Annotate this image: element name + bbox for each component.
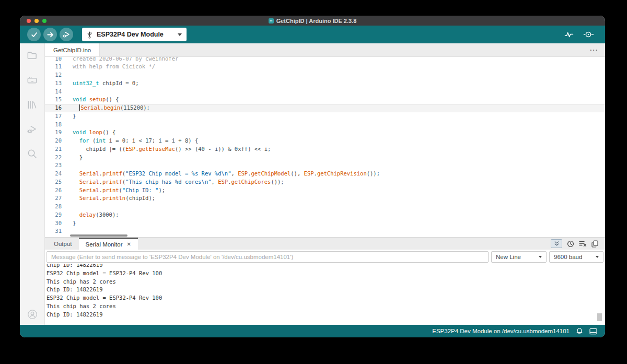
- code-line[interactable]: 28: [45, 203, 605, 211]
- baud-rate-value: 9600 baud: [554, 254, 582, 260]
- board-icon: [26, 74, 38, 86]
- debug-bug-icon: [26, 123, 38, 135]
- verify-button[interactable]: [27, 28, 41, 41]
- bell-icon: [576, 327, 583, 335]
- debug-button[interactable]: [60, 28, 73, 41]
- code-line[interactable]: 20 for (int i = 0; i < 17; i = i + 8) {: [45, 137, 605, 145]
- board-selector[interactable]: ESP32P4 Dev Module: [82, 28, 187, 41]
- zoom-window-button[interactable]: [42, 19, 47, 23]
- serial-output-area[interactable]: Chip ID: 14822619ESP32 Chip model = ESP3…: [45, 264, 605, 325]
- chevron-down-icon: [539, 256, 542, 258]
- message-input[interactable]: [47, 251, 489, 263]
- code-line[interactable]: 24 Serial.printf("ESP32 Chip model = %s …: [45, 170, 605, 178]
- serial-output-line: Chip ID: 14822619: [47, 311, 605, 319]
- code-line[interactable]: 17}: [45, 112, 605, 121]
- code-line[interactable]: 12: [45, 71, 605, 79]
- line-ending-value: New Line: [496, 254, 521, 260]
- code-line[interactable]: 30}: [45, 219, 605, 228]
- code-text: Serial.begin(115200);: [62, 104, 150, 112]
- editor-horizontal-scrollbar[interactable]: [70, 234, 127, 237]
- code-line[interactable]: 25 Serial.printf("This chip has %d cores…: [45, 178, 605, 186]
- code-line[interactable]: 27 Serial.println(chipId);: [45, 194, 605, 203]
- line-number: 29: [45, 211, 62, 219]
- toggle-autoscroll-button[interactable]: [551, 239, 562, 248]
- arduino-ide-window: ∞ GetChipID | Arduino IDE 2.3.8 E: [20, 16, 605, 337]
- sidebar-item-boards-manager[interactable]: [26, 74, 39, 86]
- baud-rate-select[interactable]: 9600 baud: [549, 251, 603, 263]
- line-number: 10: [45, 57, 62, 63]
- usb-icon: [87, 31, 92, 39]
- sidebar-item-sketchbook[interactable]: [26, 49, 39, 62]
- sidebar-item-search[interactable]: [26, 147, 39, 160]
- check-icon: [30, 31, 38, 39]
- serial-output: Chip ID: 14822619ESP32 Chip model = ESP3…: [47, 264, 605, 319]
- activity-sidebar: [20, 43, 45, 325]
- serial-monitor-toolbar: [551, 238, 605, 250]
- serial-monitor-button[interactable]: [583, 30, 594, 39]
- titlebar[interactable]: ∞ GetChipID | Arduino IDE 2.3.8: [20, 16, 605, 26]
- line-ending-select[interactable]: New Line: [491, 251, 547, 263]
- chevron-down-icon: [178, 33, 182, 36]
- code-text: for (int i = 0; i < 17; i = i + 8) {: [62, 137, 198, 145]
- serial-input-row: New Line 9600 baud: [45, 250, 605, 264]
- books-icon: [26, 99, 38, 111]
- line-number: 18: [45, 121, 62, 129]
- code-line[interactable]: 10created 2020-06-07 by cweinhofer: [45, 57, 605, 63]
- tab-getchipid-ino[interactable]: GetChipID.ino: [45, 43, 100, 56]
- code-text: Serial.printf("This chip has %d cores\n"…: [62, 178, 284, 186]
- code-text: [62, 161, 73, 170]
- code-line[interactable]: 22 }: [45, 154, 605, 162]
- sidebar-item-profile[interactable]: [26, 308, 39, 321]
- content: GetChipID.ino ··· 10created 2020-06-07 b…: [20, 43, 605, 325]
- code-line[interactable]: 15void setup() {: [45, 96, 605, 104]
- code-line[interactable]: 16 Serial.begin(115200);: [45, 104, 605, 112]
- close-icon[interactable]: ✕: [126, 241, 131, 247]
- copy-icon: [591, 240, 598, 248]
- close-window-button[interactable]: [27, 19, 31, 23]
- tab-output[interactable]: Output: [47, 238, 79, 250]
- toolbar-right: [564, 30, 598, 39]
- code-line[interactable]: 31: [45, 227, 605, 236]
- minimize-window-button[interactable]: [34, 19, 39, 23]
- code-lines: 10created 2020-06-07 by cweinhofer11with…: [45, 57, 605, 236]
- board-selector-label: ESP32P4 Dev Module: [97, 31, 164, 38]
- sidebar-item-library-manager[interactable]: [26, 98, 39, 111]
- copy-output-button[interactable]: [591, 240, 598, 248]
- double-chevron-down-icon: [554, 241, 560, 246]
- traffic-lights: [27, 19, 47, 23]
- code-line[interactable]: 19void loop() {: [45, 128, 605, 137]
- serial-plotter-button[interactable]: [564, 30, 574, 39]
- serial-output-line: Chip ID: 14822619: [47, 286, 605, 294]
- code-line[interactable]: 26 Serial.print("Chip ID: ");: [45, 186, 605, 195]
- code-text: void loop() {: [62, 128, 115, 137]
- arduino-app-icon: ∞: [269, 18, 274, 24]
- code-line[interactable]: 29 delay(3000);: [45, 211, 605, 219]
- line-number: 14: [45, 88, 62, 96]
- serial-output-line: This chip has 2 cores: [47, 302, 605, 311]
- clear-output-button[interactable]: [579, 240, 587, 247]
- code-line[interactable]: 18: [45, 121, 605, 129]
- code-text: [62, 121, 73, 129]
- sidebar-item-debug[interactable]: [26, 123, 39, 135]
- upload-button[interactable]: [43, 28, 57, 41]
- tab-serial-monitor[interactable]: Serial Monitor ✕: [79, 238, 138, 250]
- code-text: chipId |= ((ESP.getEfuseMac() >> (40 - i…: [62, 145, 271, 154]
- code-editor[interactable]: 10created 2020-06-07 by cweinhofer11with…: [45, 57, 605, 237]
- toggle-panel-button[interactable]: [589, 328, 597, 335]
- main-area: GetChipID.ino ··· 10created 2020-06-07 b…: [45, 43, 605, 325]
- code-line[interactable]: 14: [45, 88, 605, 96]
- folder-icon: [26, 50, 38, 62]
- code-line[interactable]: 23: [45, 161, 605, 170]
- serial-output-line: This chip has 2 cores: [47, 278, 605, 286]
- code-text: [62, 88, 73, 96]
- toggle-timestamp-button[interactable]: [567, 240, 574, 248]
- notifications-button[interactable]: [576, 327, 583, 335]
- line-number: 31: [45, 227, 62, 236]
- code-line[interactable]: 13uint32_t chipId = 0;: [45, 79, 605, 88]
- code-line[interactable]: 21 chipId |= ((ESP.getEfuseMac() >> (40 …: [45, 145, 605, 154]
- code-text: [62, 203, 73, 211]
- code-line[interactable]: 11with help from Cicicok */: [45, 63, 605, 71]
- code-text: delay(3000);: [62, 211, 119, 219]
- tab-options-icon[interactable]: ···: [590, 46, 598, 54]
- output-scrollbar[interactable]: [597, 313, 602, 321]
